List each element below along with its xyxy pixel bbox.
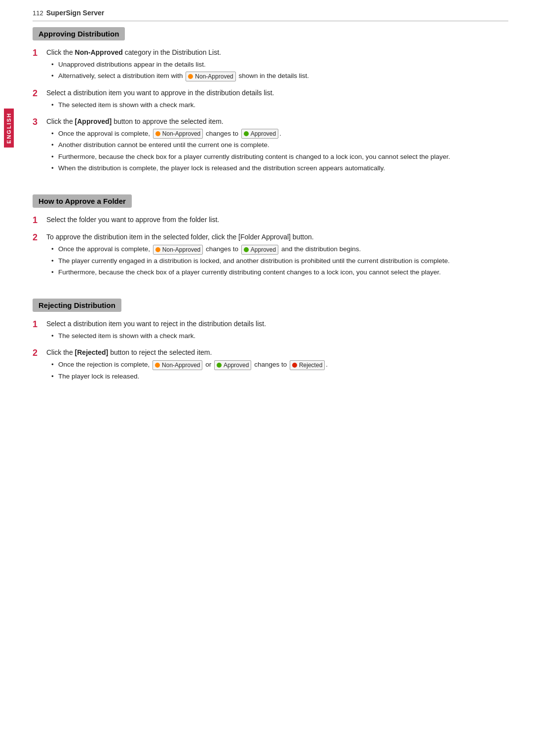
step-main-text: Click the Non-Approved category in the D… (46, 47, 508, 58)
bullet-list: The selected item is shown with a check … (46, 331, 508, 341)
step-main-text: Select the folder you want to approve fr… (46, 215, 508, 225)
orange-dot-icon (155, 247, 160, 252)
list-item: Alternatively, select a distribution ite… (51, 71, 508, 81)
step-number: 2 (33, 88, 46, 99)
list-item: Once the approval is complete, Non-Appro… (51, 244, 508, 254)
list-item: The player currently engaged in a distri… (51, 256, 508, 266)
badge-label: Non-Approved (162, 245, 200, 254)
list-item: The selected item is shown with a check … (51, 100, 508, 110)
non-approved-badge: Non-Approved (153, 129, 203, 139)
sidebar: ENGLISH (0, 0, 18, 756)
step-content: Click the Non-Approved category in the D… (46, 47, 508, 83)
orange-dot-icon (155, 131, 160, 136)
bullet-list: Once the rejection is complete, Non-Appr… (46, 360, 508, 381)
section-rejecting-distribution: Rejecting Distribution 1 Select a distri… (33, 299, 508, 383)
approved-badge: Approved (241, 129, 278, 139)
section-heading-folder: How to Approve a Folder (33, 194, 132, 208)
list-item: Once the approval is complete, Non-Appro… (51, 129, 508, 139)
step-main-text: Click the [Approved] button to approve t… (46, 116, 508, 127)
badge-label: Non-Approved (162, 129, 200, 138)
step-main-text: Click the [Rejected] button to reject th… (46, 347, 508, 358)
badge-label: Approved (224, 361, 249, 370)
list-item: Once the rejection is complete, Non-Appr… (51, 360, 508, 370)
step-content: Select the folder you want to approve fr… (46, 215, 508, 227)
list-item: Unapproved distributions appear in the d… (51, 60, 508, 70)
rejected-badge: Rejected (290, 360, 325, 370)
page-container: ENGLISH 112 SuperSign Server Approving D… (0, 0, 533, 756)
badge-label: Non-Approved (195, 72, 233, 81)
step-main-text: Select a distribution item you want to a… (46, 88, 508, 98)
section-how-to-approve-folder: How to Approve a Folder 1 Select the fol… (33, 194, 508, 279)
sidebar-language-label: ENGLISH (4, 109, 14, 148)
bullet-list: Unapproved distributions appear in the d… (46, 60, 508, 81)
non-approved-badge: Non-Approved (186, 72, 235, 81)
step-1-approving: 1 Click the Non-Approved category in the… (33, 47, 508, 83)
bullet-list: Once the approval is complete, Non-Appro… (46, 244, 508, 277)
step-1-folder: 1 Select the folder you want to approve … (33, 215, 508, 227)
list-item: Furthermore, because the check box of a … (51, 267, 508, 277)
section-approving-distribution: Approving Distribution 1 Click the Non-A… (33, 27, 508, 175)
bullet-list: Once the approval is complete, Non-Appro… (46, 129, 508, 173)
main-content: 112 SuperSign Server Approving Distribut… (18, 0, 533, 756)
step-number: 3 (33, 116, 46, 128)
section-heading-rejecting: Rejecting Distribution (33, 299, 121, 312)
step-2-rejecting: 2 Click the [Rejected] button to reject … (33, 347, 508, 383)
step-content: Click the [Approved] button to approve t… (46, 116, 508, 175)
badge-label: Rejected (299, 361, 322, 370)
badge-label: Approved (251, 245, 276, 254)
page-header: 112 SuperSign Server (33, 9, 508, 21)
list-item: The player lock is released. (51, 372, 508, 381)
orange-dot-icon (155, 363, 160, 368)
approved-badge: Approved (214, 360, 251, 370)
step-main-text: Select a distribution item you want to r… (46, 319, 508, 329)
step-number: 1 (33, 319, 46, 330)
step-2-approving: 2 Select a distribution item you want to… (33, 88, 508, 112)
green-dot-icon (217, 363, 222, 368)
step-number: 1 (33, 215, 46, 226)
step-main-text: To approve the distribution item in the … (46, 232, 508, 242)
page-number: 112 (33, 9, 43, 17)
red-dot-icon (292, 363, 297, 368)
orange-dot-icon (188, 74, 193, 79)
step-content: Select a distribution item you want to r… (46, 319, 508, 342)
step-number: 2 (33, 347, 46, 359)
badge-label: Non-Approved (162, 361, 200, 370)
badge-label: Approved (251, 129, 276, 138)
green-dot-icon (244, 131, 249, 136)
step-number: 2 (33, 232, 46, 243)
step-3-approving: 3 Click the [Approved] button to approve… (33, 116, 508, 175)
non-approved-badge: Non-Approved (153, 245, 203, 255)
bullet-list: The selected item is shown with a check … (46, 100, 508, 110)
section-heading-approving: Approving Distribution (33, 27, 125, 40)
step-content: To approve the distribution item in the … (46, 232, 508, 279)
step-number: 1 (33, 47, 46, 59)
step-content: Click the [Rejected] button to reject th… (46, 347, 508, 383)
green-dot-icon (244, 247, 249, 252)
page-title: SuperSign Server (46, 9, 105, 17)
step-1-rejecting: 1 Select a distribution item you want to… (33, 319, 508, 342)
step-2-folder: 2 To approve the distribution item in th… (33, 232, 508, 279)
non-approved-badge: Non-Approved (152, 360, 202, 370)
step-content: Select a distribution item you want to a… (46, 88, 508, 112)
list-item: When the distribution is complete, the p… (51, 163, 508, 173)
list-item: The selected item is shown with a check … (51, 331, 508, 341)
list-item: Another distribution cannot be entered u… (51, 140, 508, 150)
list-item: Furthermore, because the check box for a… (51, 152, 508, 162)
approved-badge: Approved (241, 245, 278, 255)
